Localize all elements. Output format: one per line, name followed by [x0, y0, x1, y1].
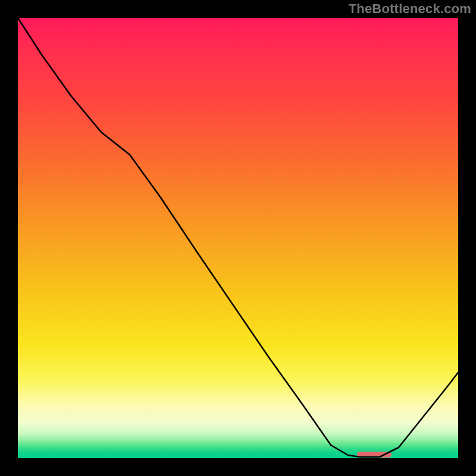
plot-area: [18, 18, 458, 458]
watermark-text: TheBottleneck.com: [349, 1, 471, 17]
bottleneck-curve: [18, 18, 458, 458]
curve-path: [18, 18, 458, 457]
chart-frame: TheBottleneck.com: [0, 0, 476, 476]
